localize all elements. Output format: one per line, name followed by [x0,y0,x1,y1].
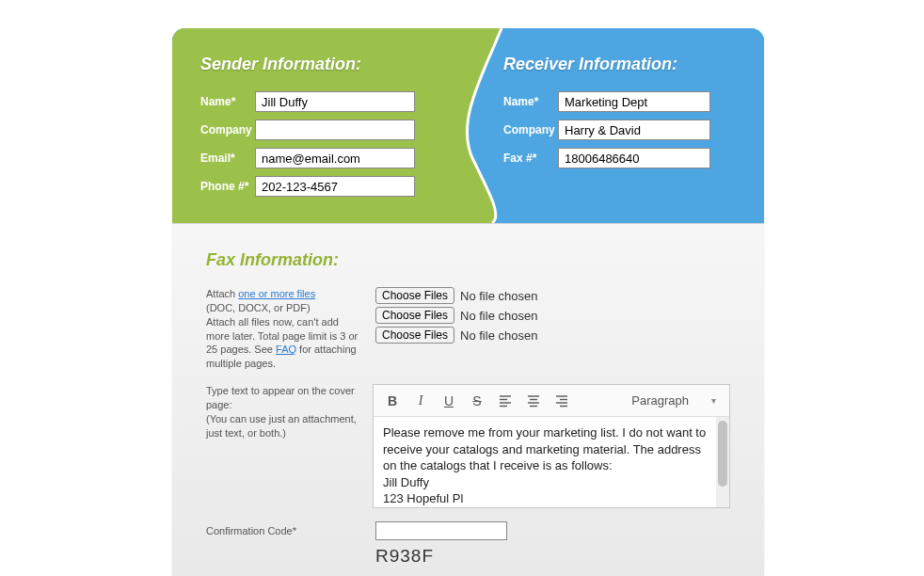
underline-button[interactable]: U [436,389,462,413]
attach-help-text: Attach one or more files (DOC, DOCX, or … [206,287,375,371]
paragraph-select-label: Paragraph [631,393,689,408]
choose-files-button-3[interactable]: Choose Files [375,327,454,344]
bold-button[interactable]: B [379,389,406,413]
receiver-section: Receiver Information: Name* Company Fax … [503,55,748,176]
receiver-company-label: Company [503,123,558,136]
align-right-button[interactable] [549,389,575,413]
sender-company-label: Company [200,123,255,136]
sender-name-input[interactable] [255,91,415,112]
paragraph-select[interactable]: Paragraph ▾ [624,390,724,411]
receiver-name-label: Name* [503,95,558,108]
receiver-title: Receiver Information: [503,55,748,74]
sender-name-label: Name* [200,95,255,108]
receiver-fax-label: Fax #* [503,152,558,165]
cover-help-text: Type text to appear on the cover page: (… [206,384,373,508]
align-left-button[interactable] [492,389,518,413]
editor-textarea[interactable]: Please remove me from your marketing lis… [374,417,729,507]
sender-email-row: Email* [200,148,483,168]
file-input-2: Choose Files No file chosen [375,307,730,324]
confirmation-code-input[interactable] [375,521,507,540]
file-input-1: Choose Files No file chosen [375,287,730,304]
receiver-fax-input[interactable] [558,148,710,168]
captcha-text: R938F [375,546,507,567]
attach-files-link[interactable]: one or more files [238,288,315,299]
confirmation-label: Confirmation Code* [206,521,375,536]
sender-phone-input[interactable] [255,176,415,197]
file-status-2: No file chosen [460,309,537,323]
sender-phone-row: Phone #* [200,176,483,197]
sender-section: Sender Information: Name* Company Email*… [200,55,483,204]
file-status-3: No file chosen [460,328,537,343]
receiver-company-input[interactable] [558,120,710,140]
cover-text-row: Type text to appear on the cover page: (… [206,384,730,508]
sender-email-input[interactable] [255,148,415,168]
italic-button[interactable]: I [407,389,434,413]
receiver-name-input[interactable] [558,91,710,112]
faq-link[interactable]: FAQ [276,344,296,355]
sender-email-label: Email* [200,152,255,165]
fax-info-title: Fax Information: [206,250,730,270]
chevron-down-icon: ▾ [711,395,716,406]
choose-files-button-1[interactable]: Choose Files [375,287,454,304]
strikethrough-button[interactable]: S [464,389,490,413]
sender-title: Sender Information: [200,55,483,74]
choose-files-button-2[interactable]: Choose Files [375,307,454,324]
rich-text-editor: B I U S Paragr [373,384,730,508]
fax-info-panel: Fax Information: Attach one or more file… [172,223,764,576]
sender-company-input[interactable] [255,120,415,140]
sender-company-row: Company [200,120,483,140]
sender-phone-label: Phone #* [200,180,255,193]
attach-row: Attach one or more files (DOC, DOCX, or … [206,287,730,371]
receiver-company-row: Company [503,120,748,140]
editor-toolbar: B I U S Paragr [374,385,729,417]
attach-prefix: Attach [206,288,238,299]
sender-name-row: Name* [200,91,483,112]
file-inputs: Choose Files No file chosen Choose Files… [375,287,730,371]
top-panel: Sender Information: Name* Company Email*… [172,28,764,223]
editor-scrollbar[interactable] [716,417,729,507]
align-center-button[interactable] [520,389,547,413]
editor-content: Please remove me from your marketing lis… [383,424,720,507]
confirmation-right: R938F [375,521,507,567]
confirmation-row: Confirmation Code* R938F [206,521,730,567]
editor-container: B I U S Paragr [373,384,730,508]
receiver-fax-row: Fax #* [503,148,748,168]
editor-scrollbar-thumb[interactable] [718,421,727,487]
fax-form-card: Sender Information: Name* Company Email*… [172,28,764,576]
file-input-3: Choose Files No file chosen [375,327,730,344]
receiver-name-row: Name* [503,91,748,112]
file-status-1: No file chosen [460,289,537,303]
